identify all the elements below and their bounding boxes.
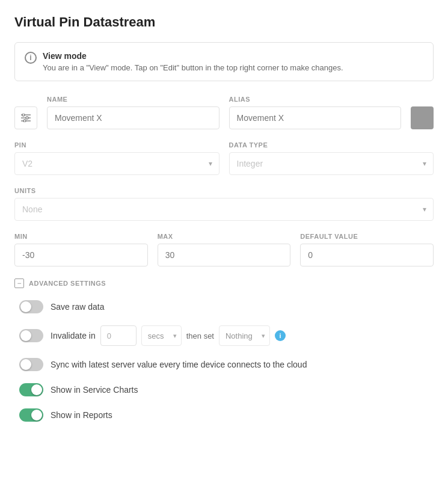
settings-list: Save raw data Invalidate in secs ▾ then … bbox=[14, 300, 434, 422]
nothing-select-wrapper: Nothing ▾ bbox=[219, 325, 270, 346]
alias-field-group: ALIAS bbox=[229, 96, 402, 129]
name-label: NAME bbox=[47, 96, 219, 103]
sync-server-label: Sync with latest server value every time… bbox=[51, 360, 307, 369]
name-field-group: NAME bbox=[47, 96, 219, 129]
alias-label: ALIAS bbox=[229, 96, 402, 103]
data-type-label: DATA TYPE bbox=[229, 141, 434, 149]
save-raw-data-item: Save raw data bbox=[19, 300, 434, 313]
show-service-charts-item: Show in Service Charts bbox=[19, 383, 434, 396]
default-value-input[interactable] bbox=[300, 244, 434, 266]
name-alias-row: NAME ALIAS bbox=[14, 96, 434, 129]
default-value-label: DEFAULT VALUE bbox=[300, 233, 434, 240]
data-type-select[interactable]: Integer bbox=[229, 152, 434, 175]
show-service-charts-toggle-knob bbox=[31, 384, 42, 395]
max-field-group: MAX bbox=[158, 233, 291, 266]
units-select-wrapper: None ▾ bbox=[14, 198, 434, 221]
show-reports-label: Show in Reports bbox=[51, 410, 112, 420]
units-row: UNITS None ▾ bbox=[14, 187, 434, 221]
sync-server-toggle-knob bbox=[20, 359, 31, 370]
info-banner-desc: You are in a "View" mode. Tap on "Edit" … bbox=[43, 63, 343, 72]
invalidate-in-item: Invalidate in secs ▾ then set Nothing ▾ … bbox=[19, 325, 434, 346]
info-banner-title: View mode bbox=[43, 51, 343, 61]
show-reports-toggle[interactable] bbox=[19, 408, 43, 422]
pin-select-wrapper: V2 ▾ bbox=[14, 152, 219, 175]
default-value-field-group: DEFAULT VALUE bbox=[300, 233, 434, 266]
sync-server-toggle[interactable] bbox=[19, 358, 43, 371]
filter-icon-button[interactable] bbox=[14, 106, 37, 129]
pin-label: PIN bbox=[14, 141, 219, 149]
save-raw-data-toggle-knob bbox=[20, 301, 31, 312]
secs-select-wrapper: secs ▾ bbox=[141, 325, 182, 346]
min-field-group: MIN bbox=[14, 233, 148, 266]
show-reports-item: Show in Reports bbox=[19, 408, 434, 422]
invalidate-in-input[interactable] bbox=[100, 325, 137, 346]
info-icon: i bbox=[25, 52, 37, 64]
advanced-settings-label: ADVANCED SETTINGS bbox=[29, 280, 106, 287]
units-select[interactable]: None bbox=[14, 198, 434, 221]
show-service-charts-toggle[interactable] bbox=[19, 383, 43, 396]
data-type-select-wrapper: Integer ▾ bbox=[229, 152, 434, 175]
secs-select[interactable]: secs bbox=[141, 325, 182, 346]
show-service-charts-label: Show in Service Charts bbox=[51, 385, 138, 395]
then-set-label: then set bbox=[186, 331, 214, 340]
min-label: MIN bbox=[14, 233, 148, 240]
advanced-settings-section: − ADVANCED SETTINGS Save raw data Invali… bbox=[14, 279, 434, 422]
svg-point-3 bbox=[22, 114, 25, 116]
svg-point-4 bbox=[26, 117, 28, 119]
info-banner: i View mode You are in a "View" mode. Ta… bbox=[14, 42, 434, 81]
name-input[interactable] bbox=[47, 106, 219, 129]
alias-input[interactable] bbox=[229, 106, 402, 129]
pin-select[interactable]: V2 bbox=[14, 152, 219, 175]
min-input[interactable] bbox=[14, 244, 148, 266]
nothing-select[interactable]: Nothing bbox=[219, 325, 270, 346]
advanced-settings-header[interactable]: − ADVANCED SETTINGS bbox=[14, 279, 434, 288]
max-input[interactable] bbox=[158, 244, 291, 266]
units-field-group: UNITS None ▾ bbox=[14, 187, 434, 221]
info-banner-content: View mode You are in a "View" mode. Tap … bbox=[43, 51, 343, 72]
invalidate-in-controls: Invalidate in secs ▾ then set Nothing ▾ … bbox=[51, 325, 286, 346]
pin-datatype-row: PIN V2 ▾ DATA TYPE Integer ▾ bbox=[14, 141, 434, 175]
max-label: MAX bbox=[158, 233, 291, 240]
invalidate-in-toggle-knob bbox=[20, 330, 31, 341]
page-title: Virtual Pin Datastream bbox=[14, 14, 434, 30]
invalidate-info-icon[interactable]: i bbox=[275, 330, 286, 341]
collapse-icon: − bbox=[14, 279, 24, 288]
show-reports-toggle-knob bbox=[31, 410, 42, 420]
svg-point-5 bbox=[23, 120, 26, 122]
data-type-field-group: DATA TYPE Integer ▾ bbox=[229, 141, 434, 175]
invalidate-in-toggle[interactable] bbox=[19, 329, 43, 342]
invalidate-in-label: Invalidate in bbox=[51, 331, 96, 340]
save-raw-data-toggle[interactable] bbox=[19, 300, 43, 313]
min-max-default-row: MIN MAX DEFAULT VALUE bbox=[14, 233, 434, 266]
sync-server-item: Sync with latest server value every time… bbox=[19, 358, 434, 371]
save-raw-data-label: Save raw data bbox=[51, 302, 105, 312]
units-label: UNITS bbox=[14, 187, 434, 194]
pin-field-group: PIN V2 ▾ bbox=[14, 141, 219, 175]
color-swatch[interactable] bbox=[411, 106, 434, 129]
